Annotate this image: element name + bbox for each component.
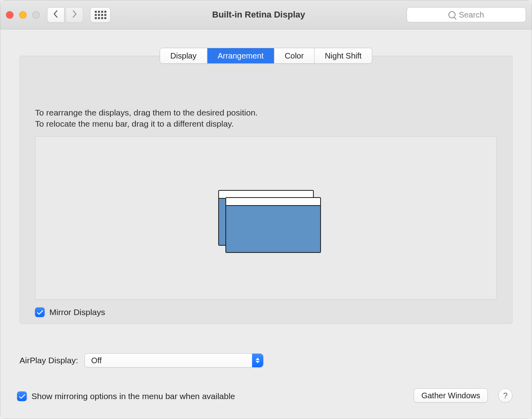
tab-color[interactable]: Color <box>274 48 315 63</box>
chevron-left-icon <box>53 10 59 20</box>
mirror-displays-label: Mirror Displays <box>49 307 105 317</box>
tab-night-shift[interactable]: Night Shift <box>315 48 372 63</box>
airplay-display-value: Off <box>91 356 102 365</box>
close-window-button[interactable] <box>6 11 14 19</box>
forward-button[interactable] <box>66 7 83 23</box>
instruction-line-1: To rearrange the displays, drag them to … <box>35 107 497 118</box>
chevron-right-icon <box>72 10 77 20</box>
airplay-display-label: AirPlay Display: <box>20 356 78 365</box>
minimize-window-button[interactable] <box>19 11 27 19</box>
show-mirroring-options-checkbox[interactable] <box>17 392 27 401</box>
airplay-display-select[interactable]: Off <box>84 353 264 368</box>
history-nav <box>47 7 83 23</box>
tab-display[interactable]: Display <box>160 48 207 63</box>
check-icon <box>19 392 25 401</box>
window-controls <box>6 11 40 19</box>
mirror-displays-checkbox[interactable] <box>35 307 45 317</box>
tab-arrangement[interactable]: Arrangement <box>207 48 274 63</box>
display-stack <box>218 190 314 246</box>
show-all-prefs-button[interactable] <box>90 7 111 23</box>
search-field[interactable]: Search <box>407 7 526 22</box>
arrangement-panel: To rearrange the displays, drag them to … <box>20 56 512 324</box>
gather-windows-button[interactable]: Gather Windows <box>414 388 488 403</box>
check-icon <box>37 307 43 317</box>
tab-bar: Display Arrangement Color Night Shift <box>160 48 372 64</box>
instruction-line-2: To relocate the menu bar, drag it to a d… <box>35 118 497 129</box>
titlebar: Built-in Retina Display Search <box>0 0 532 29</box>
help-button[interactable]: ? <box>498 388 512 403</box>
primary-display-tile[interactable] <box>225 197 321 253</box>
search-placeholder: Search <box>459 10 484 20</box>
help-icon: ? <box>503 391 507 400</box>
content: Display Arrangement Color Night Shift To… <box>0 29 532 419</box>
zoom-window-button <box>32 11 40 19</box>
show-mirroring-options-label: Show mirroring options in the menu bar w… <box>31 392 235 401</box>
select-stepper-icon <box>252 354 263 367</box>
menu-bar-handle[interactable] <box>226 198 320 206</box>
arrangement-instructions: To rearrange the displays, drag them to … <box>35 107 497 130</box>
displays-preferences-window: Built-in Retina Display Search Display A… <box>0 0 532 419</box>
display-body <box>226 206 320 252</box>
grid-icon <box>95 11 106 19</box>
back-button[interactable] <box>47 7 65 23</box>
window-title: Built-in Retina Display <box>111 10 407 20</box>
search-icon <box>448 11 456 18</box>
display-arrangement-canvas[interactable] <box>35 136 497 300</box>
